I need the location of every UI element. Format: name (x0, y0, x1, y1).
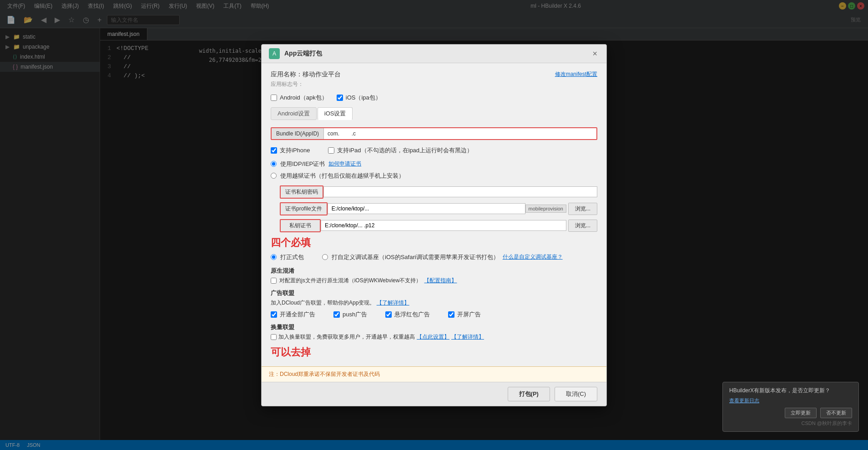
radio-debug[interactable] (322, 254, 328, 260)
bundle-id-label: Bundle ID(AppID) (272, 128, 324, 139)
cert-pwd-input[interactable] (323, 186, 597, 197)
support-options-row: 支持iPhone 支持iPad（不勾选的话，在ipad上运行时会有黑边） (271, 146, 597, 155)
ad-float-checkbox[interactable] (385, 311, 392, 318)
radio-idp-label[interactable]: 使用IDP/IEP证书 如何申请证书 (271, 160, 597, 168)
radio-jail[interactable] (271, 173, 277, 179)
native-mix-desc: 对配置的js文件进行原生混淆（iOS的WKWebview不支持） 【配置指南】 (271, 277, 597, 285)
browse-key-button[interactable]: 浏览... (568, 220, 597, 232)
ad-open-label[interactable]: 开屏广告 (448, 310, 481, 319)
what-is-debug-link[interactable]: 什么是自定义调试基座？ (503, 253, 563, 261)
radio-jail-label[interactable]: 使用越狱证书（打包后仅能在越狱手机上安装） (271, 172, 597, 180)
ad-desc-text: 加入DCloud广告联盟，帮助你的App变现。 (271, 300, 375, 306)
native-mix-checkbox[interactable] (271, 278, 277, 284)
annotation-ke-yi-qu-diao: 可以去掉 (271, 345, 597, 359)
ad-all-label[interactable]: 开通全部广告 (271, 310, 315, 319)
ios-checkbox-label[interactable]: iOS（ipa包） (337, 94, 381, 102)
iphone-checkbox[interactable] (271, 147, 277, 154)
tabs-row: Android设置 iOS设置 (271, 107, 597, 120)
how-to-apply-cert-link[interactable]: 如何申请证书 (328, 160, 361, 168)
ios-tab-button[interactable]: iOS设置 (318, 107, 353, 120)
cert-pwd-label: 证书私钥密码 (280, 185, 323, 199)
notification-buttons: 立即更新 否不更新 (729, 408, 852, 418)
cert-profile-input[interactable] (328, 203, 525, 214)
ad-all-text: 开通全部广告 (280, 310, 315, 319)
annotation-si-ge-bi-tian: 四个必填 (271, 236, 597, 250)
exchange-desc: 加入换量联盟，免费获取更多用户，开通越早，权重越高 【点此设置】 【了解详情】 (271, 333, 597, 341)
notification-sub: 查看更新日志 (729, 397, 852, 404)
cert-profile-label: 证书profile文件 (280, 202, 328, 215)
modal-title: App云端打包 (284, 50, 322, 58)
cert-profile-row: 证书profile文件 mobileprovision 浏览... (280, 202, 597, 215)
update-no-button[interactable]: 否不更新 (820, 408, 852, 418)
platform-row: Android（apk包） iOS（ipa包） (271, 94, 597, 102)
modal-app-icon: A (269, 48, 280, 59)
ad-all-checkbox[interactable] (271, 311, 277, 318)
cert-type-radio-group: 使用IDP/IEP证书 如何申请证书 使用越狱证书（打包后仅能在越狱手机上安装） (271, 160, 597, 180)
modal-titlebar: A App云端打包 × (262, 45, 606, 63)
ad-section: 广告联盟 加入DCloud广告联盟，帮助你的App变现。 【了解详情】 开通全部… (271, 289, 597, 319)
ipad-label: 支持iPad（不勾选的话，在ipad上运行时会有黑边） (337, 146, 473, 155)
bundle-id-row: Bundle ID(AppID) (271, 127, 597, 140)
native-mix-title: 原生混淆 (271, 267, 597, 275)
pack-type-row: 打正式包 打自定义调试基座（iOS的Safari调试需要用苹果开发证书打包） 什… (271, 253, 597, 261)
cert-profile-container: 证书profile文件 mobileprovision 浏览... 后缀 (280, 202, 597, 215)
radio-formal-label[interactable]: 打正式包 (271, 253, 304, 261)
radio-jail-text: 使用越狱证书（打包后仅能在越狱手机上安装） (280, 172, 404, 180)
ios-label: iOS（ipa包） (346, 94, 381, 102)
ad-open-checkbox[interactable] (448, 311, 454, 318)
modal-close-button[interactable]: × (590, 50, 599, 58)
app-name-row: 应用名称：移动作业平台 修改manifest配置 (271, 70, 597, 79)
cert-pwd-row: 证书私钥密码 (280, 185, 597, 199)
radio-idp-text: 使用IDP/IEP证书 (280, 160, 325, 168)
android-checkbox-label[interactable]: Android（apk包） (271, 94, 328, 102)
notification-box: HBuilderX有新版本发布，是否立即更新？ 查看更新日志 立即更新 否不更新… (722, 382, 859, 432)
private-key-input[interactable] (321, 220, 566, 231)
pack-button[interactable]: 打包(P) (508, 387, 550, 401)
app-name-sub: 应用标志号： (271, 80, 597, 88)
app-name-label: 应用名称：移动作业平台 (271, 70, 341, 79)
android-label: Android（apk包） (280, 94, 328, 102)
ad-checkboxes: 开通全部广告 push广告 悬浮红包广告 开屏广告 (271, 310, 597, 319)
private-key-row: 私钥证书 浏览... (280, 219, 597, 232)
radio-idp[interactable] (271, 161, 277, 167)
update-log-link[interactable]: 查看更新日志 (729, 398, 759, 403)
radio-debug-label[interactable]: 打自定义调试基座（iOS的Safari调试需要用苹果开发证书打包） 什么是自定义… (322, 253, 563, 261)
config-guide-link[interactable]: 【配置指南】 (424, 277, 457, 285)
ad-title: 广告联盟 (271, 289, 597, 297)
csdn-label: CSDN @秋叶原的李卡 (729, 420, 852, 427)
modal-body: 应用名称：移动作业平台 修改manifest配置 应用标志号： Android（… (262, 63, 606, 366)
ad-desc: 加入DCloud广告联盟，帮助你的App变现。 【了解详情】 (271, 299, 597, 307)
android-tab-button[interactable]: Android设置 (271, 107, 317, 120)
ad-push-label[interactable]: push广告 (333, 310, 367, 319)
iphone-checkbox-label[interactable]: 支持iPhone (271, 146, 310, 155)
ad-float-text: 悬浮红包广告 (394, 310, 430, 319)
radio-debug-text: 打自定义调试基座（iOS的Safari调试需要用苹果开发证书打包） (332, 253, 499, 261)
ad-float-label[interactable]: 悬浮红包广告 (385, 310, 430, 319)
exchange-checkbox[interactable] (271, 334, 277, 340)
ad-push-checkbox[interactable] (333, 311, 340, 318)
notification-text: HBuilderX有新版本发布，是否立即更新？ (729, 387, 852, 395)
ios-checkbox[interactable] (337, 95, 343, 101)
manifest-link[interactable]: 修改manifest配置 (555, 70, 597, 78)
exchange-title: 换量联盟 (271, 323, 597, 331)
ad-push-text: push广告 (343, 310, 367, 319)
cancel-button[interactable]: 取消(C) (555, 387, 597, 401)
bundle-id-input[interactable] (324, 128, 596, 139)
footer-note: 注：DCloud郑重承诺不保留开发者证书及代码 (262, 366, 606, 382)
radio-formal[interactable] (271, 254, 277, 260)
exchange-learn-link[interactable]: 【了解详情】 (451, 333, 484, 341)
browse-profile-button[interactable]: 浏览... (568, 203, 597, 215)
native-mix-desc-text: 对配置的js文件进行原生混淆（iOS的WKWebview不支持） (279, 277, 421, 285)
exchange-section: 换量联盟 加入换量联盟，免费获取更多用户，开通越早，权重越高 【点此设置】 【了… (271, 323, 597, 341)
exchange-set-link[interactable]: 【点此设置】 (417, 333, 449, 341)
iphone-label: 支持iPhone (280, 146, 310, 155)
native-mix-section: 原生混淆 对配置的js文件进行原生混淆（iOS的WKWebview不支持） 【配… (271, 267, 597, 285)
modal-footer: 打包(P) 取消(C) (262, 382, 606, 406)
private-key-label: 私钥证书 (280, 219, 321, 232)
ad-open-text: 开屏广告 (457, 310, 481, 319)
ipad-checkbox[interactable] (328, 147, 334, 154)
update-later-button[interactable]: 立即更新 (785, 408, 817, 418)
ipad-checkbox-label[interactable]: 支持iPad（不勾选的话，在ipad上运行时会有黑边） (328, 146, 473, 155)
android-checkbox[interactable] (271, 95, 277, 101)
ad-learn-link[interactable]: 【了解详情】 (377, 300, 409, 306)
